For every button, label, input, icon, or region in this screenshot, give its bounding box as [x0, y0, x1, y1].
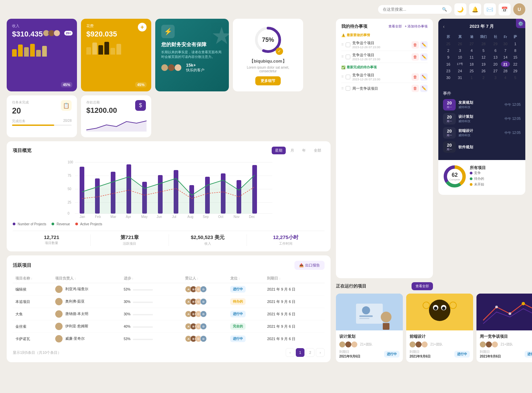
cal-day[interactable]: 29 [511, 68, 520, 74]
running-view-all-btn[interactable]: 查看全部 [412, 282, 433, 290]
cal-prev-btn[interactable]: ‹ [443, 24, 445, 29]
cal-day[interactable]: 29 [491, 41, 500, 47]
savings-chart [86, 118, 147, 132]
cal-th-we: 我们 [477, 33, 490, 40]
drag-handle-2[interactable]: ⠿ [341, 55, 344, 59]
cal-day[interactable]: 7 [501, 48, 510, 54]
drag-handle-4[interactable]: ⠿ [341, 87, 344, 90]
delete-btn-3[interactable]: 🗑 [412, 73, 419, 81]
col-due[interactable]: 到期日 [264, 274, 325, 283]
delete-btn-2[interactable]: 🗑 [412, 53, 419, 61]
cal-day[interactable]: 9 [444, 54, 453, 60]
edit-btn-3[interactable]: ✏️ [420, 73, 428, 81]
tab-all[interactable]: 全部 [311, 147, 325, 154]
cal-day[interactable]: 1 [467, 75, 476, 81]
table-body: 编辑侯 利亚鸿·瑞查尔 53% A B C D 进行中 [13, 283, 325, 345]
todo-add[interactable]: + 添加待办事项 [405, 24, 428, 29]
svg-text:Jun: Jun [157, 215, 162, 219]
expense-add-btn[interactable]: + [138, 23, 147, 31]
cal-day[interactable]: 19 [477, 61, 490, 67]
cal-day[interactable]: 11 [467, 54, 476, 60]
theme-toggle-btn[interactable]: 🌙 [454, 3, 466, 15]
export-button[interactable]: 📤 出口报告 [294, 261, 325, 270]
cal-day[interactable]: 27 [491, 68, 500, 74]
cal-day[interactable]: 28 [477, 41, 490, 47]
cal-day[interactable]: 17号 [454, 61, 466, 67]
cal-day[interactable]: 30 [501, 41, 510, 47]
cal-day[interactable]: 12 [477, 54, 490, 60]
todo-checkbox-4[interactable] [346, 86, 350, 91]
cal-day[interactable]: 31 [454, 75, 466, 81]
cal-day[interactable]: 30 [444, 75, 453, 81]
delete-btn-4[interactable]: 🗑 [412, 85, 419, 92]
cal-day[interactable]: 27 [467, 41, 476, 47]
edit-btn-4[interactable]: ✏️ [420, 85, 428, 92]
page-2-btn[interactable]: 2 [306, 348, 315, 357]
cal-day[interactable]: 2 [444, 48, 453, 54]
row-progress: 40% [121, 320, 182, 333]
cal-day[interactable]: 26 [454, 41, 466, 47]
ebar-1 [86, 47, 91, 55]
edit-btn-2[interactable]: ✏️ [420, 53, 428, 61]
cal-day[interactable]: 24 [454, 68, 466, 74]
bar-3 [24, 47, 29, 57]
cal-today[interactable]: 21 [501, 61, 510, 67]
todo-view-all[interactable]: 查看全部 [388, 24, 402, 29]
cal-day[interactable]: 2 [477, 75, 490, 81]
todo-checkbox-3[interactable] [346, 75, 350, 79]
drag-handle-1[interactable]: ⠿ [341, 43, 344, 47]
col-assignee[interactable]: 受让人 [182, 274, 228, 283]
cal-day[interactable]: 1 [511, 41, 520, 47]
col-progress[interactable]: 进步 [121, 274, 182, 283]
cal-day[interactable]: 26 [477, 68, 490, 74]
cal-day[interactable]: 18 [467, 61, 476, 67]
col-name[interactable]: 项目名称 [13, 274, 53, 283]
detail-button[interactable]: 更多细节 [255, 76, 281, 85]
tab-week[interactable]: 星期 [272, 147, 286, 154]
cal-day[interactable]: 3 [491, 75, 500, 81]
notifications-btn[interactable]: 🔔 [469, 3, 481, 15]
cal-day[interactable]: 22 [511, 61, 520, 67]
cal-day[interactable]: 5 [511, 75, 520, 81]
cal-day[interactable]: 28 [501, 68, 510, 74]
rp-due-date-1: 2021年9月6日 [339, 354, 360, 359]
event-4-badge: 20 周一 [443, 141, 456, 153]
cal-day[interactable]: 13 [491, 54, 500, 60]
cal-gear-btn[interactable]: ⚙️ [516, 19, 525, 28]
next-page-btn[interactable]: › [316, 348, 325, 357]
prev-page-btn[interactable]: ‹ [286, 348, 294, 357]
cal-day[interactable]: 25 [444, 41, 453, 47]
search-input[interactable] [383, 7, 439, 12]
tab-year[interactable]: 年 [299, 147, 309, 154]
mail-btn[interactable]: ✉️ [484, 3, 496, 15]
cal-day[interactable]: 16 [444, 61, 453, 67]
cal-day[interactable]: 5 [477, 48, 490, 54]
col-status[interactable]: 龙位 [228, 274, 264, 283]
page-1-btn[interactable]: 1 [296, 348, 304, 357]
col-manager[interactable]: 项目负责人 [53, 274, 121, 283]
cal-day[interactable]: 8 [511, 48, 520, 54]
event-3-org: 威特科技 [458, 133, 502, 138]
event-3-day: 20 [444, 129, 454, 134]
event-1-badge: 20 周一 [443, 99, 456, 110]
avatar[interactable]: U [513, 3, 525, 15]
search-bar[interactable]: 🔍 [378, 5, 452, 14]
drag-handle-3[interactable]: ⠿ [341, 75, 344, 79]
cal-day[interactable]: 6 [491, 48, 500, 54]
cal-day[interactable]: 4 [467, 48, 476, 54]
svg-rect-44 [383, 323, 389, 330]
tab-month[interactable]: 月 [287, 147, 297, 154]
cal-day[interactable]: 4 [501, 75, 510, 81]
cal-day[interactable]: 20 [491, 61, 500, 67]
todo-checkbox-1[interactable] [346, 43, 350, 47]
todo-checkbox-2[interactable] [346, 55, 350, 59]
cal-day[interactable]: 25 [467, 68, 476, 74]
cal-day[interactable]: 15 [511, 54, 520, 60]
cal-day[interactable]: 23 [444, 68, 453, 74]
cal-day[interactable]: 10 [454, 54, 466, 60]
cal-day[interactable]: 14 [501, 54, 510, 60]
calendar-btn[interactable]: 📅 [499, 3, 511, 15]
edit-btn-1[interactable]: ✏️ [420, 41, 428, 49]
cal-day[interactable]: 3 [454, 48, 466, 54]
delete-btn-1[interactable]: 🗑 [412, 41, 419, 49]
